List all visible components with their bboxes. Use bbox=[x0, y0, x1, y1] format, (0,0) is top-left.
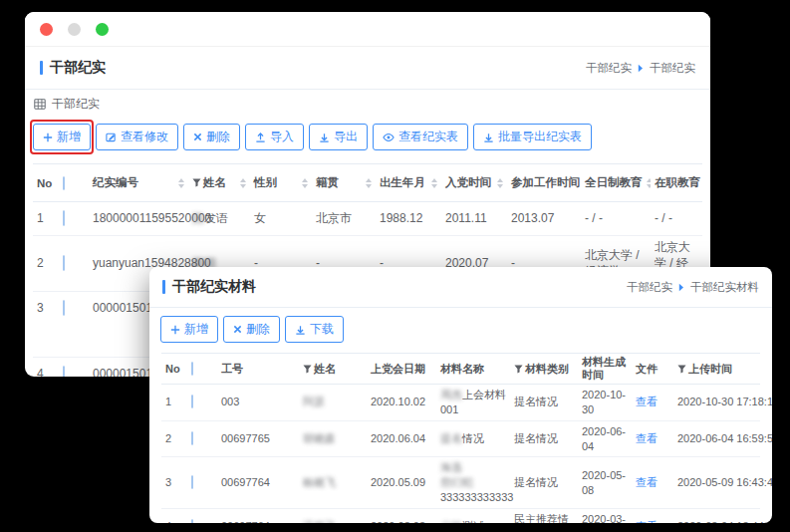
cell-name: 汤晓飞 bbox=[299, 508, 367, 523]
cell-row-index: 2 bbox=[33, 236, 59, 292]
breadcrumb-item[interactable]: 干部纪实 bbox=[650, 61, 695, 76]
sort-caret-icon[interactable] bbox=[302, 178, 308, 188]
eye-icon bbox=[383, 133, 395, 142]
column-header: 姓名 bbox=[299, 354, 367, 385]
column-label[interactable]: 材料类别 bbox=[514, 362, 569, 377]
column-label[interactable]: 出生年月 bbox=[380, 175, 425, 190]
column-label[interactable]: 姓名 bbox=[192, 175, 226, 190]
column-label[interactable]: 纪实编号 bbox=[93, 175, 138, 190]
delete-button[interactable]: 删除 bbox=[223, 316, 280, 343]
funnel-icon[interactable] bbox=[192, 178, 201, 187]
column-label[interactable]: 上传时间 bbox=[677, 362, 732, 377]
cell-generated-date: 2020-10-30 bbox=[578, 385, 632, 421]
column-header: 纪实编号 bbox=[89, 164, 188, 202]
cell-row-index: 1 bbox=[33, 202, 59, 236]
page-head: 干部纪实材料 干部纪实干部纪实材料 bbox=[149, 267, 772, 308]
view-record-table-button[interactable]: 查看纪实表 bbox=[373, 124, 468, 150]
text: 情况 bbox=[462, 432, 484, 444]
file-view-link[interactable]: 查看 bbox=[636, 396, 658, 407]
breadcrumb-item[interactable]: 干部纪实材料 bbox=[690, 280, 759, 295]
select-all-column-header bbox=[59, 164, 89, 202]
cadre-record-material-window: 干部纪实材料 干部纪实干部纪实材料 新增删除下载 No工号姓名上党会日期材料名称… bbox=[149, 267, 772, 523]
select-all-checkbox[interactable] bbox=[63, 176, 65, 190]
sort-caret-icon[interactable] bbox=[431, 178, 437, 188]
column-header: 出生年月 bbox=[376, 164, 441, 202]
cell-material-name: 周杰上会材料001 bbox=[436, 385, 510, 421]
batch-export-record-table-button[interactable]: 批量导出纪实表 bbox=[473, 124, 592, 150]
import-button[interactable]: 导入 bbox=[245, 124, 304, 150]
cell-row-checkbox bbox=[187, 457, 217, 509]
export-button[interactable]: 导出 bbox=[309, 124, 368, 150]
cell-party-meeting-date: 2020.03.03 bbox=[367, 508, 436, 523]
column-header: 在职教育 bbox=[651, 164, 702, 202]
panel-label-row: 干部纪实 bbox=[25, 90, 710, 117]
cell-file: 查看 bbox=[632, 385, 673, 421]
row-checkbox[interactable] bbox=[191, 431, 193, 445]
column-label[interactable]: 姓名 bbox=[303, 362, 336, 377]
column-label[interactable]: 籍贯 bbox=[316, 175, 339, 190]
minimize-traffic-light[interactable] bbox=[68, 23, 81, 36]
sort-caret-icon[interactable] bbox=[497, 178, 503, 188]
toolbar: 新增删除下载 bbox=[149, 308, 772, 351]
row-checkbox[interactable] bbox=[63, 366, 65, 377]
download-button-wrap: 下载 bbox=[285, 316, 344, 343]
upload-icon bbox=[255, 132, 266, 142]
cell-row-checkbox bbox=[187, 385, 217, 421]
zoom-traffic-light[interactable] bbox=[96, 23, 109, 36]
download-button[interactable]: 下载 bbox=[285, 316, 344, 343]
button-label: 删除 bbox=[246, 321, 270, 338]
sort-caret-icon[interactable] bbox=[240, 178, 246, 188]
plus-icon bbox=[170, 325, 180, 335]
file-view-link[interactable]: 查看 bbox=[636, 476, 658, 488]
row-checkbox[interactable] bbox=[191, 395, 193, 408]
table-row: 1180000011595520000陈发语女北京市1988.122011.11… bbox=[33, 202, 702, 236]
file-view-link[interactable]: 查看 bbox=[636, 520, 658, 523]
export-button-wrap: 导出 bbox=[309, 124, 368, 150]
row-checkbox[interactable] bbox=[191, 519, 193, 523]
column-label[interactable]: 全日制教育 bbox=[585, 175, 643, 190]
cell-generated-date: 2020-03-04 bbox=[578, 508, 632, 523]
column-label: 上党会日期 bbox=[371, 362, 425, 377]
cell-job-number: 00697764 bbox=[217, 457, 299, 509]
row-checkbox[interactable] bbox=[191, 475, 193, 489]
download-icon bbox=[295, 324, 306, 335]
column-label[interactable]: 性别 bbox=[254, 175, 277, 190]
funnel-icon[interactable] bbox=[303, 365, 312, 374]
column-header: 材料名称 bbox=[436, 354, 510, 385]
breadcrumb-item[interactable]: 干部纪实 bbox=[586, 61, 632, 76]
row-checkbox[interactable] bbox=[63, 255, 65, 271]
redacted-text: 陈 bbox=[192, 211, 204, 225]
add-button[interactable]: 新增 bbox=[33, 124, 91, 150]
sort-caret-icon[interactable] bbox=[647, 178, 652, 188]
close-traffic-light[interactable] bbox=[40, 23, 53, 36]
sort-caret-icon[interactable] bbox=[178, 178, 184, 188]
cell-birth-date: 1988.12 bbox=[376, 202, 441, 236]
page-title: 干部纪实 bbox=[50, 59, 106, 77]
edit-icon bbox=[106, 132, 117, 142]
delete-button[interactable]: 删除 bbox=[183, 124, 240, 150]
table-row: 200697765胡晓森2020.06.04提名情况提名情况2020-06-04… bbox=[161, 420, 760, 457]
row-checkbox[interactable] bbox=[63, 210, 65, 226]
column-label: 工号 bbox=[221, 362, 243, 377]
cell-row-checkbox bbox=[187, 420, 217, 457]
add-button[interactable]: 新增 bbox=[160, 316, 218, 343]
column-label[interactable]: 参加工作时间 bbox=[511, 175, 580, 190]
funnel-icon[interactable] bbox=[677, 365, 686, 374]
cell-material-name: 提名情况 bbox=[436, 420, 510, 457]
title-marker bbox=[40, 61, 43, 75]
view-edit-button[interactable]: 查看修改 bbox=[96, 124, 178, 150]
sort-caret-icon[interactable] bbox=[366, 178, 372, 188]
funnel-icon[interactable] bbox=[514, 365, 523, 374]
breadcrumb-item[interactable]: 干部纪实 bbox=[627, 280, 672, 295]
material-table: No工号姓名上党会日期材料名称材料类别材料生成时间文件上传时间 1003阿瑟20… bbox=[161, 353, 760, 523]
cell-row-index: 2 bbox=[161, 420, 187, 457]
select-all-checkbox[interactable] bbox=[191, 362, 193, 376]
cell-generated-date: 2020-05-08 bbox=[578, 457, 632, 509]
column-header: 性别 bbox=[250, 164, 312, 202]
row-checkbox[interactable] bbox=[63, 300, 65, 316]
chevron-right-icon bbox=[678, 283, 684, 292]
file-view-link[interactable]: 查看 bbox=[636, 432, 658, 444]
column-label[interactable]: 入党时间 bbox=[445, 175, 491, 190]
redacted-text: 周杰 bbox=[440, 389, 462, 400]
column-header: 入党时间 bbox=[441, 164, 507, 202]
